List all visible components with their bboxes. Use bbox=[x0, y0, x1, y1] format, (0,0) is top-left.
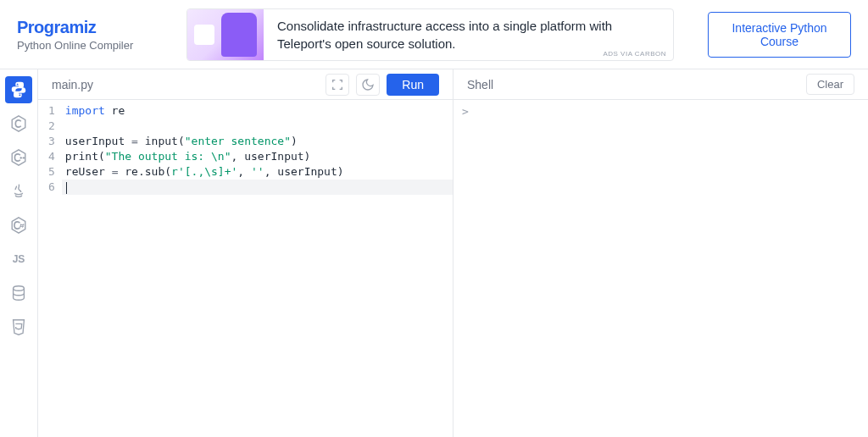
line-number: 5 bbox=[48, 164, 55, 180]
line-number: 6 bbox=[48, 180, 55, 195]
code-editor[interactable]: 123456 import reuserInput = input("enter… bbox=[38, 100, 453, 437]
top-header: Programiz Python Online Compiler Consoli… bbox=[0, 0, 868, 69]
editor-controls: Run bbox=[326, 74, 439, 96]
line-number: 4 bbox=[48, 149, 55, 164]
brand-subtitle: Python Online Compiler bbox=[17, 39, 153, 52]
clear-button[interactable]: Clear bbox=[806, 74, 854, 95]
shell-panel: Shell Clear > bbox=[453, 69, 868, 437]
sidebar-python-icon[interactable] bbox=[5, 76, 32, 103]
code-line[interactable] bbox=[62, 180, 453, 195]
brand-name: Programiz bbox=[17, 18, 153, 37]
editor-header: main.py Run bbox=[38, 69, 453, 100]
sidebar-csharp-icon[interactable] bbox=[5, 212, 32, 239]
code-lines[interactable]: import reuserInput = input("enter senten… bbox=[62, 100, 453, 437]
svg-point-0 bbox=[14, 286, 25, 291]
run-button[interactable]: Run bbox=[387, 74, 439, 96]
line-number: 1 bbox=[48, 103, 55, 119]
shell-prompt: > bbox=[462, 105, 469, 118]
code-line[interactable]: print("The output is: \n", userInput) bbox=[62, 149, 453, 164]
fullscreen-button[interactable] bbox=[326, 74, 349, 96]
ad-banner[interactable]: Consolidate infrastructure access into a… bbox=[186, 8, 674, 61]
ad-image bbox=[187, 9, 264, 60]
code-line[interactable] bbox=[62, 119, 453, 134]
brand-block[interactable]: Programiz Python Online Compiler bbox=[17, 18, 153, 52]
shell-output[interactable]: > bbox=[453, 100, 868, 437]
editor-panel: main.py Run 123456 import reuserInput = … bbox=[38, 69, 453, 437]
sidebar-c-icon[interactable] bbox=[5, 110, 32, 137]
line-number: 3 bbox=[48, 134, 55, 149]
shell-title: Shell bbox=[467, 78, 493, 91]
code-line[interactable]: reUser = re.sub(r'[.,\s]+', '', userInpu… bbox=[62, 164, 453, 180]
course-button[interactable]: Interactive Python Course bbox=[708, 12, 851, 58]
ad-credit: ADS VIA CARBON bbox=[603, 50, 666, 58]
sidebar-html-icon[interactable] bbox=[5, 313, 32, 340]
moon-icon bbox=[361, 78, 375, 91]
filename-label: main.py bbox=[52, 78, 93, 91]
code-line[interactable]: userInput = input("enter sentence") bbox=[62, 134, 453, 149]
main-area: JS main.py Run 123456 import reuserInput… bbox=[0, 69, 868, 437]
shell-header: Shell Clear bbox=[453, 69, 868, 100]
line-gutter: 123456 bbox=[38, 100, 62, 437]
sidebar-sql-icon[interactable] bbox=[5, 279, 32, 307]
language-sidebar: JS bbox=[0, 69, 38, 437]
sidebar-js-icon[interactable]: JS bbox=[5, 246, 32, 273]
sidebar-cpp-icon[interactable] bbox=[5, 144, 32, 171]
fullscreen-icon bbox=[331, 78, 344, 91]
theme-button[interactable] bbox=[356, 74, 380, 96]
code-line[interactable]: import re bbox=[62, 103, 453, 119]
line-number: 2 bbox=[48, 119, 55, 134]
sidebar-java-icon[interactable] bbox=[5, 178, 32, 205]
